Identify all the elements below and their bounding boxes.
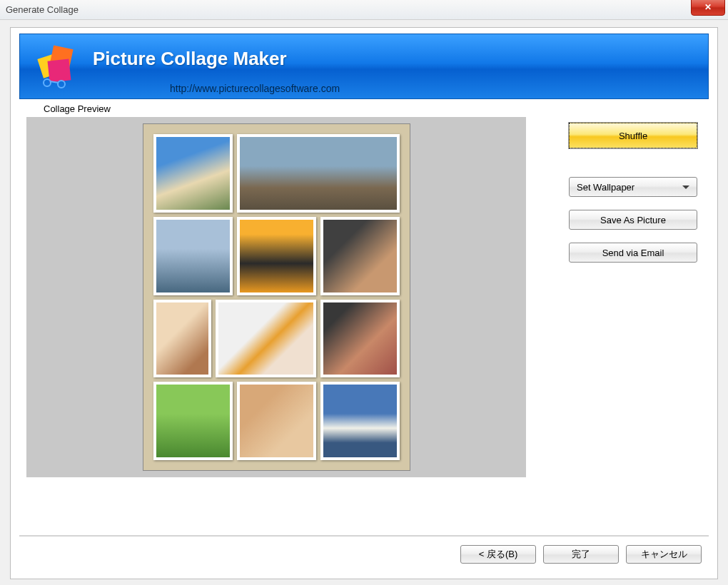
close-button[interactable]: ✕ bbox=[691, 0, 725, 16]
cancel-button[interactable]: キャンセル bbox=[626, 545, 702, 564]
collage-photo bbox=[237, 134, 400, 213]
collage-photo bbox=[237, 217, 316, 295]
content-panel: Picture Collage Maker http://www.picture… bbox=[10, 27, 718, 579]
set-wallpaper-label: Set Wallpaper bbox=[577, 182, 635, 193]
collage-photo bbox=[153, 134, 233, 213]
main-row: Shuffle Set Wallpaper Save As Picture Se… bbox=[19, 117, 709, 526]
shuffle-button[interactable]: Shuffle bbox=[569, 123, 697, 148]
collage-photo bbox=[320, 300, 400, 378]
collage-photo bbox=[216, 300, 315, 378]
collage-canvas bbox=[143, 123, 410, 471]
actions-sidebar: Shuffle Set Wallpaper Save As Picture Se… bbox=[569, 123, 697, 526]
window-title: Generate Collage bbox=[6, 4, 79, 15]
collage-photo bbox=[153, 217, 233, 295]
close-icon: ✕ bbox=[704, 2, 712, 12]
collage-preview-area bbox=[26, 117, 526, 477]
svg-point-3 bbox=[44, 79, 51, 86]
titlebar: Generate Collage ✕ bbox=[0, 0, 728, 20]
preview-section: Collage Preview bbox=[44, 103, 709, 117]
app-logo-icon bbox=[33, 41, 83, 91]
back-button[interactable]: < 戻る(B) bbox=[460, 545, 536, 564]
app-banner: Picture Collage Maker http://www.picture… bbox=[19, 34, 709, 99]
banner-title: Picture Collage Maker bbox=[93, 48, 287, 70]
svg-rect-2 bbox=[48, 59, 71, 83]
collage-photo bbox=[153, 382, 233, 460]
generate-collage-dialog: Generate Collage ✕ Picture Collage Maker… bbox=[0, 0, 728, 585]
chevron-down-icon bbox=[682, 185, 689, 189]
svg-point-4 bbox=[58, 81, 65, 88]
preview-label: Collage Preview bbox=[44, 103, 709, 114]
collage-photo bbox=[320, 217, 400, 295]
collage-photo bbox=[237, 382, 316, 460]
collage-photo bbox=[320, 382, 400, 460]
send-via-email-button[interactable]: Send via Email bbox=[569, 243, 697, 263]
finish-button[interactable]: 完了 bbox=[543, 545, 619, 564]
footer: < 戻る(B) 完了 キャンセル bbox=[19, 536, 709, 571]
collage-photo bbox=[153, 300, 212, 378]
save-as-picture-button[interactable]: Save As Picture bbox=[569, 210, 697, 230]
set-wallpaper-dropdown[interactable]: Set Wallpaper bbox=[569, 177, 697, 197]
banner-url: http://www.picturecollagesoftware.com bbox=[170, 83, 340, 94]
